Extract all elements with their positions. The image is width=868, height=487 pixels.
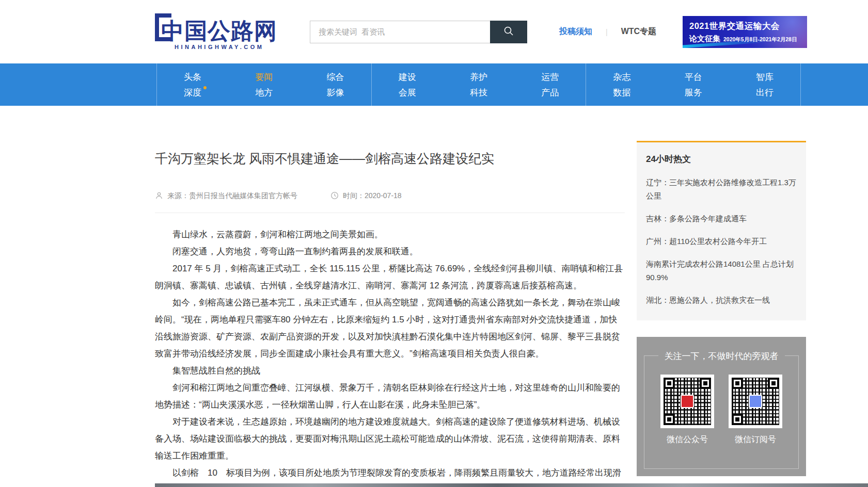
banner-dates: 2020年5月8日-2021年2月28日 [723,36,797,43]
logo-wordmark: 中国公路网 [155,13,301,42]
qr-finder-icon [732,414,743,425]
nav-column: 智库 出行 [729,63,800,106]
hot-articles-panel: 24小时热文 辽宁：三年实施农村公路维修改造工程1.3万公里 吉林：多条公路今年… [637,141,806,320]
main-nav: 头条 深度 要闻 地方 综合 影像 建设 会展 养护 科技 运营 [0,63,868,106]
nav-item-operation[interactable]: 运营 [541,72,559,83]
new-badge-dot [203,86,207,89]
nav-item-technology[interactable]: 科技 [470,87,487,98]
nav-item-local[interactable]: 地方 [255,87,273,98]
nav-item-magazine[interactable]: 杂志 [613,72,630,83]
nav-group-platform: 杂志 数据 平台 服务 智库 出行 [586,63,801,106]
nav-column: 头条 深度 [157,63,228,106]
qr-item-subscription-account: 微信订阅号 [729,375,782,445]
hot-article-link[interactable]: 湖北：恩施公路人，抗洪救灾在一线 [646,294,797,307]
nav-column: 要闻 地方 [228,63,299,106]
nav-column: 运营 产品 [514,63,586,106]
nav-item-exhibition[interactable]: 会展 [399,87,416,98]
article-paragraph: 以剑榕 10 标项目为例，该项目所处地质为节理裂隙发育的变质板岩，降雨频繁且雨量… [155,464,625,481]
search-bar [310,21,527,43]
search-icon [502,25,515,39]
footer-strip [155,483,868,487]
hot-article-link[interactable]: 广州：超110公里农村公路今年开工 [646,235,797,248]
banner-subtitle-row: 论文征集 2020年5月8日-2021年2月28日 [689,34,807,44]
qr-caption: 微信订阅号 [735,434,776,445]
article-body: 青山绿水，云蒸霞蔚，剑河和榕江两地之间美景如画。 闭塞交通，人穷地贫，弯弯山路一… [155,213,625,481]
nav-item-products[interactable]: 产品 [541,87,559,98]
nav-column: 建设 会展 [372,63,443,106]
qr-finder-icon [700,378,711,389]
nav-item-comprehensive[interactable]: 综合 [327,72,344,83]
hot-article-link[interactable]: 海南累计完成农村公路14081公里 占总计划90.9% [646,257,797,284]
nav-item-headlines[interactable]: 头条 [184,72,201,83]
submission-guidelines-link[interactable]: 投稿须知 [559,26,592,37]
qr-codes-row: 微信公众号 微信订阅号 [637,375,806,445]
header-inner: 中国公路网 HINAHIGHWAY.COM 投稿须知 | WTC专题 2021世… [155,0,807,63]
qr-center-logo-blue [749,395,762,408]
banner-title: 2021世界交通运输大会 [689,21,807,32]
qr-code-official [660,375,714,428]
qr-pattern [664,378,711,425]
qr-center-logo-red [681,395,694,408]
time-label: 时间：2020-07-18 [343,191,402,201]
follow-us-panel: 关注一下，不做时代的旁观者 微信公众号 [637,337,806,476]
nav-item-construction[interactable]: 建设 [399,72,416,83]
nav-item-maintenance[interactable]: 养护 [470,72,487,83]
nav-group-industry: 建设 会展 养护 科技 运营 产品 [371,63,586,106]
banner-cta: 论文征集 [689,34,720,44]
qr-finder-icon [664,414,675,425]
nav-item-thinktank[interactable]: 智库 [756,72,774,83]
nav-column: 综合 影像 [299,63,371,106]
nav-column: 养护 科技 [443,63,514,106]
qr-finder-icon [664,378,675,389]
article-paragraph: 如今，剑榕高速公路已基本完工，虽未正式通车，但从高空眺望，宽阔通畅的高速公路犹如… [155,294,625,362]
article-paragraph: 集智慧战胜自然的挑战 [155,362,625,379]
nav-group-news: 头条 深度 要闻 地方 综合 影像 [156,63,371,106]
nav-item-news-active[interactable]: 要闻 [255,72,273,83]
hot-article-link[interactable]: 辽宁：三年实施农村公路维修改造工程1.3万公里 [646,176,797,203]
nav-item-data[interactable]: 数据 [613,87,630,98]
qr-caption: 微信公众号 [667,434,708,445]
site-logo[interactable]: 中国公路网 HINAHIGHWAY.COM [155,13,301,50]
qr-finder-icon [732,378,743,389]
qr-pattern [732,378,779,425]
article-title: 千沟万壑架长龙 风雨不惧建通途——剑榕高速公路建设纪实 [155,150,625,167]
sidebar: 24小时热文 辽宁：三年实施农村公路维修改造工程1.3万公里 吉林：多条公路今年… [637,106,806,481]
author-icon [155,191,163,201]
qr-item-official-account: 微信公众号 [660,375,714,445]
source-label: 来源：贵州日报当代融媒体集团官方帐号 [167,191,297,201]
article-source: 来源：贵州日报当代融媒体集团官方帐号 [155,191,297,201]
nav-item-travel[interactable]: 出行 [756,87,774,98]
nav-column: 平台 服务 [658,63,729,106]
article: 千沟万壑架长龙 风雨不惧建通途——剑榕高速公路建设纪实 来源：贵州日报当代融媒体… [155,106,625,481]
article-paragraph: 2017 年 5 月，剑榕高速正式动工，全长 115.115 公里，桥隧比高达 … [155,260,625,294]
search-input[interactable] [310,21,491,43]
main-content: 千沟万壑架长龙 风雨不惧建通途——剑榕高速公路建设纪实 来源：贵州日报当代融媒体… [155,106,806,481]
header-links: 投稿须知 | WTC专题 [559,26,656,37]
article-paragraph: 闭塞交通，人穷地贫，弯弯山路一直制约着两县的发展和联通。 [155,243,625,260]
wtc-special-link[interactable]: WTC专题 [621,26,656,37]
article-meta: 来源：贵州日报当代融媒体集团官方帐号 时间：2020-07-18 [155,191,625,213]
article-paragraph: 剑河和榕江两地之间重峦叠嶂、江河纵横、景象万千，清朝名臣林则徐在行经这片土地，对… [155,379,625,413]
nav-item-media[interactable]: 影像 [327,87,344,98]
hot-articles-title: 24小时热文 [646,153,797,165]
logo-subtitle: HINAHIGHWAY.COM [175,44,301,50]
search-button[interactable] [490,21,527,43]
link-divider: | [606,28,608,36]
nav-item-depth[interactable]: 深度 [184,87,201,98]
wtc-conference-banner[interactable]: 2021世界交通运输大会 论文征集 2020年5月8日-2021年2月28日 [683,16,807,48]
qr-finder-icon [768,378,779,389]
hot-article-link[interactable]: 吉林：多条公路今年建成通车 [646,212,797,225]
article-time: 时间：2020-07-18 [330,191,402,201]
nav-item-platform[interactable]: 平台 [685,72,702,83]
nav-inner: 头条 深度 要闻 地方 综合 影像 建设 会展 养护 科技 运营 [156,63,801,106]
article-paragraph: 对于建设者来说，生态越原始，环境越幽闭的地方建设难度就越大。剑榕高速的建设除了便… [155,413,625,464]
clock-icon [330,191,339,201]
logo-title: 中国公路网 [161,20,277,42]
nav-column: 杂志 数据 [586,63,657,106]
article-paragraph: 青山绿水，云蒸霞蔚，剑河和榕江两地之间美景如画。 [155,226,625,243]
nav-item-services[interactable]: 服务 [685,87,702,98]
site-header: 中国公路网 HINAHIGHWAY.COM 投稿须知 | WTC专题 2021世… [0,0,868,63]
qr-code-subscription [729,375,782,428]
follow-us-title: 关注一下，不做时代的旁观者 [658,350,785,362]
